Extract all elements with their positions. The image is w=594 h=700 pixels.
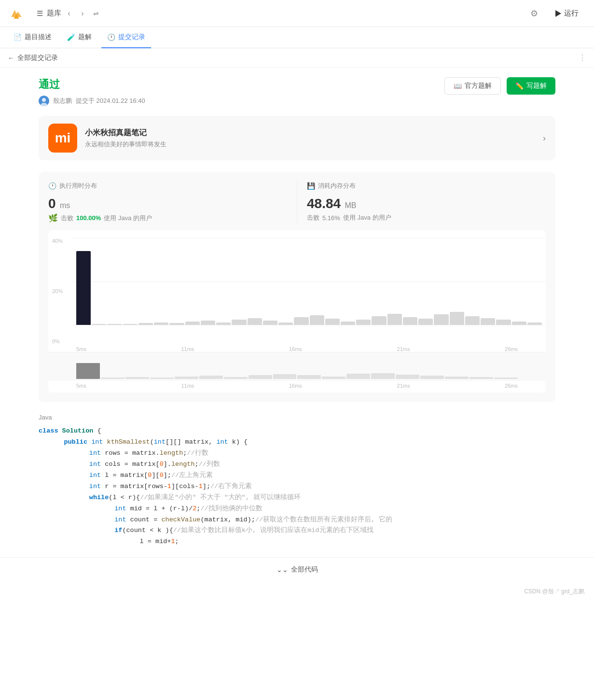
- mini-x-5ms: 5ms: [76, 383, 86, 389]
- view-all-label: 全部代码: [291, 565, 318, 574]
- bar-5: [154, 322, 168, 325]
- mem-unit: MB: [345, 201, 357, 210]
- nav-right: ⚙ 运行: [528, 6, 586, 21]
- tab-description[interactable]: 📄 题目描述: [8, 27, 57, 48]
- back-arrow-icon: ←: [8, 54, 14, 62]
- mini-bar-8: [273, 374, 297, 379]
- bar-24: [450, 312, 464, 325]
- bar-highlight: [76, 251, 91, 325]
- code-language: Java: [39, 414, 555, 421]
- mini-bar-6: [224, 377, 248, 379]
- status-header: 通过 殷志鹏 提交于 2024.01.22 16:40 📖 官方题解 ✏️ 写题…: [39, 77, 555, 106]
- y-label-20: 20%: [52, 288, 63, 294]
- bar-13: [278, 322, 293, 325]
- bar-19: [372, 316, 386, 325]
- tab-solution-label: 题解: [78, 33, 92, 42]
- tab-solution[interactable]: 🧪 题解: [61, 27, 97, 48]
- bar-6: [169, 323, 184, 325]
- x-label-11ms: 11ms: [181, 346, 194, 352]
- time-unit: ms: [60, 201, 70, 210]
- mem-perf-item: 💾 消耗内存分布 48.84 MB 击败 5.16% 使用 Java 的用户: [297, 182, 546, 223]
- submit-date: 提交于 2024.01.22 16:40: [76, 97, 145, 105]
- chart-wrapper: 40% 20% 0%: [48, 230, 546, 392]
- submitter-name: 殷志鹏: [53, 97, 72, 105]
- shuffle-button[interactable]: ⇌: [90, 8, 102, 19]
- promo-card[interactable]: mi 小米秋招真题笔记 永远相信美好的事情即将发生 ›: [39, 116, 555, 160]
- menu-icon: ☰: [37, 9, 43, 18]
- code-section: Java class Solution { public int kthSmal…: [39, 414, 555, 547]
- nav-arrows: ‹ › ⇌: [63, 8, 102, 19]
- mem-value: 48.84: [307, 196, 341, 211]
- promo-subtitle: 永远相信美好的事情即将发生: [85, 140, 166, 149]
- mini-bar-5: [199, 376, 223, 379]
- time-value: 0: [48, 196, 56, 211]
- back-link[interactable]: ← 全部提交记录: [8, 54, 58, 62]
- prev-button[interactable]: ‹: [63, 8, 75, 19]
- code-line-3: int rows = matrix. length ; //行数: [39, 448, 555, 459]
- performance-section: 🕐 执行用时分布 0 ms 🌿 击败 100.00% 使用 Java 的用户 💾: [39, 172, 555, 402]
- nav-title: 题库: [47, 9, 61, 18]
- bar-2: [107, 324, 122, 325]
- page-footer: CSDN @殷↗ grd_志鹏: [0, 582, 594, 602]
- logo[interactable]: [8, 5, 25, 22]
- back-label: 全部提交记录: [17, 54, 58, 62]
- promo-icon: mi: [48, 124, 77, 153]
- mi-logo: mi: [55, 130, 71, 146]
- mem-beat: 击败 5.16% 使用 Java 的用户: [307, 213, 546, 222]
- time-perf-item: 🕐 执行用时分布 0 ms 🌿 击败 100.00% 使用 Java 的用户: [48, 182, 297, 223]
- run-label: 运行: [564, 9, 579, 18]
- submitter-info: 殷志鹏 提交于 2024.01.22 16:40: [39, 96, 145, 106]
- promo-arrow-icon: ›: [543, 133, 546, 143]
- mini-x-21ms: 21ms: [397, 383, 410, 389]
- tab-submissions[interactable]: 🕐 提交记录: [101, 27, 151, 48]
- code-line-8: int mid = l + (r-l)/ 2 ; //找到他俩的中位数: [39, 504, 555, 515]
- bar-23: [434, 314, 448, 325]
- time-beat: 🌿 击败 100.00% 使用 Java 的用户: [48, 213, 287, 223]
- y-label-40: 40%: [52, 238, 63, 244]
- code-line-11: l = mid+ 1 ;: [39, 536, 555, 547]
- bar-26: [481, 318, 495, 325]
- code-line-10: if (count < k ){ //如果这个数比目标值k小, 说明我们应该在m…: [39, 525, 555, 536]
- mini-bar-17: [494, 378, 518, 379]
- code-line-4: int cols = matrix[ 0 ]. length ; //列数: [39, 459, 555, 470]
- kw-class: class: [39, 426, 62, 437]
- view-all-code-button[interactable]: ⌄⌄ 全部代码: [0, 557, 594, 582]
- y-label-0: 0%: [52, 338, 63, 344]
- bar-27: [496, 320, 511, 325]
- mini-bar-13: [396, 375, 419, 379]
- bar-1: [92, 324, 106, 325]
- mini-bar-16: [470, 377, 493, 379]
- scroll-icon: ⋮: [579, 53, 586, 62]
- mini-bar-14: [420, 376, 444, 379]
- promo-text: 小米秋招真题笔记 永远相信美好的事情即将发生: [85, 128, 166, 149]
- bar-20: [387, 314, 402, 325]
- next-button[interactable]: ›: [77, 8, 88, 19]
- mini-x-11ms: 11ms: [181, 383, 194, 389]
- solution-icon: 🧪: [67, 33, 75, 41]
- tab-description-label: 题目描述: [25, 33, 52, 42]
- bar-14: [294, 317, 308, 325]
- code-line-5: int l = matrix[ 0 ][ 0 ]; //左上角元素: [39, 470, 555, 481]
- bar-28: [512, 322, 526, 325]
- time-value-row: 0 ms: [48, 196, 287, 211]
- mini-chart: [48, 352, 546, 381]
- write-solution-button[interactable]: ✏️ 写题解: [507, 77, 555, 95]
- mini-bar-11: [346, 374, 370, 379]
- chevron-down-icon: ⌄⌄: [276, 566, 288, 574]
- code-line-2: public int kthSmallest ( int [][] matrix…: [39, 437, 555, 448]
- class-name: Solution: [62, 426, 97, 437]
- tab-submissions-label: 提交记录: [118, 33, 145, 42]
- code-block: class Solution { public int kthSmallest …: [39, 426, 555, 547]
- status-left: 通过 殷志鹏 提交于 2024.01.22 16:40: [39, 77, 145, 106]
- bar-18: [356, 320, 371, 325]
- bar-16: [325, 319, 340, 325]
- bar-12: [263, 321, 277, 325]
- status-section: 通过 殷志鹏 提交于 2024.01.22 16:40 📖 官方题解 ✏️ 写题…: [39, 77, 555, 106]
- settings-button[interactable]: ⚙: [528, 8, 540, 19]
- run-button[interactable]: 运行: [548, 6, 586, 21]
- official-solution-button[interactable]: 📖 官方题解: [444, 77, 501, 95]
- run-icon: [555, 10, 561, 17]
- hand-icon: 🌿: [48, 213, 58, 223]
- action-buttons: 📖 官方题解 ✏️ 写题解: [444, 77, 555, 95]
- mem-value-row: 48.84 MB: [307, 196, 546, 211]
